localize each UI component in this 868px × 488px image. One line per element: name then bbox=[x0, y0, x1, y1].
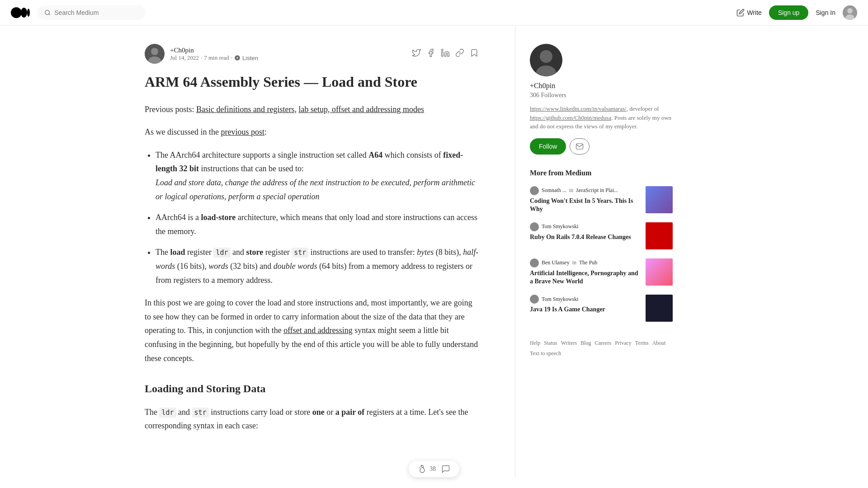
article-title: ARM 64 Assembly Series — Load and Store bbox=[145, 73, 479, 92]
svg-point-6 bbox=[847, 8, 853, 14]
recommended-item: Tom Smykowski Ruby On Rails 7.0.4 Releas… bbox=[530, 222, 673, 249]
footer-link[interactable]: Privacy bbox=[615, 340, 632, 347]
rec-author: Ben Ulansey bbox=[542, 259, 570, 266]
medium-logo[interactable] bbox=[11, 7, 30, 18]
footer-link[interactable]: Writers bbox=[561, 340, 577, 347]
rec-thumbnail bbox=[646, 295, 673, 322]
svg-point-0 bbox=[11, 7, 22, 18]
rec-author: Tom Smykowski bbox=[542, 223, 579, 230]
subscribe-icon bbox=[576, 142, 584, 150]
footer-link[interactable]: Help bbox=[530, 340, 540, 347]
header-right: Write Sign up Sign In bbox=[736, 5, 858, 20]
footer-link[interactable]: Status bbox=[544, 340, 557, 347]
rec-title[interactable]: Artificial Intelligence, Pornography and… bbox=[530, 269, 640, 286]
sidebar-bio: https://www.linkedin.com/in/valsamaras/,… bbox=[530, 104, 673, 131]
link-lab-setup[interactable]: lab setup, offset and addressing modes bbox=[298, 105, 424, 114]
header: Write Sign up Sign In bbox=[0, 0, 868, 26]
rec-content: Somnath ... in JavaScript in Plai... Cod… bbox=[530, 186, 640, 213]
svg-point-3 bbox=[45, 10, 50, 15]
footer-link[interactable]: About bbox=[652, 340, 666, 347]
article-body: ARM 64 Assembly Series — Load and Store … bbox=[145, 73, 479, 433]
rec-title[interactable]: Ruby On Rails 7.0.4 Release Changes bbox=[530, 233, 640, 241]
signup-button[interactable]: Sign up bbox=[769, 5, 808, 20]
rec-avatar bbox=[530, 186, 539, 195]
sidebar-author-avatar bbox=[530, 44, 562, 76]
subscribe-button[interactable] bbox=[570, 138, 590, 155]
sidebar-bio-link2[interactable]: https://github.com/Ch0pin/medusa bbox=[530, 114, 611, 121]
sidebar: +Ch0pin 306 Followers https://www.linked… bbox=[515, 26, 687, 478]
claps-button[interactable]: 38 bbox=[418, 465, 436, 474]
rec-title[interactable]: Java 19 Is A Game Changer bbox=[530, 305, 640, 314]
svg-rect-13 bbox=[442, 52, 443, 56]
bullet-3: The load register ldr and store register… bbox=[156, 245, 479, 287]
header-left bbox=[11, 5, 146, 20]
author-name-link[interactable]: +Ch0pin bbox=[170, 47, 194, 54]
comments-button[interactable] bbox=[441, 465, 450, 474]
bullet-2: AArch64 is a load-store architecture, wh… bbox=[156, 211, 479, 238]
svg-line-4 bbox=[49, 14, 50, 15]
rec-content: Ben Ulansey in The Pub Artificial Intell… bbox=[530, 258, 640, 286]
article-intro-para: Previous posts: Basic definitions and re… bbox=[145, 103, 479, 117]
article-paragraph2: In this post we are going to cover the l… bbox=[145, 296, 479, 365]
search-icon bbox=[44, 9, 51, 16]
bookmark-icon[interactable] bbox=[470, 48, 479, 60]
search-input[interactable] bbox=[54, 9, 138, 16]
article-intro-text: Previous posts: bbox=[145, 105, 194, 114]
rec-thumbnail bbox=[646, 222, 673, 249]
search-bar[interactable] bbox=[37, 5, 146, 20]
article-paragraph3: The ldr and str instructions carry load … bbox=[145, 405, 479, 433]
link-offset-addressing[interactable]: offset and addressing bbox=[283, 326, 353, 335]
rec-thumbnail bbox=[646, 258, 673, 286]
footer-link[interactable]: Blog bbox=[580, 340, 591, 347]
dot-separator2: · bbox=[231, 54, 232, 61]
svg-point-2 bbox=[27, 9, 30, 17]
article-meta: Jul 14, 2022 · 7 min read · Listen bbox=[170, 54, 406, 61]
signin-button[interactable]: Sign In bbox=[816, 9, 835, 16]
linkedin-icon[interactable] bbox=[441, 48, 450, 60]
rec-in: in bbox=[569, 187, 573, 194]
rec-pub: JavaScript in Plai... bbox=[576, 187, 618, 194]
facebook-icon[interactable] bbox=[426, 48, 435, 60]
clap-icon bbox=[418, 465, 427, 474]
link-previous-post[interactable]: previous post bbox=[221, 127, 264, 136]
write-label: Write bbox=[747, 9, 762, 16]
main-container: +Ch0pin Jul 14, 2022 · 7 min read · List… bbox=[108, 26, 760, 478]
more-from-medium-title: More from Medium bbox=[530, 169, 673, 177]
twitter-icon[interactable] bbox=[412, 48, 421, 60]
link-icon[interactable] bbox=[455, 48, 464, 60]
listen-button[interactable]: Listen bbox=[234, 55, 258, 61]
svg-point-1 bbox=[21, 8, 27, 18]
rec-thumbnail bbox=[646, 186, 673, 213]
article-bullets: The AArch64 architecture supports a sing… bbox=[156, 148, 479, 287]
footer-link[interactable]: Terms bbox=[635, 340, 649, 347]
rec-title[interactable]: Coding Won't Exist In 5 Years. This Is W… bbox=[530, 197, 640, 213]
footer-links: HelpStatusWritersBlogCareersPrivacyTerms… bbox=[530, 340, 673, 357]
author-info: +Ch0pin Jul 14, 2022 · 7 min read · List… bbox=[170, 46, 406, 61]
rec-author: Tom Smykowski bbox=[542, 296, 579, 303]
rec-avatar bbox=[530, 295, 539, 304]
footer-link[interactable]: Careers bbox=[595, 340, 612, 347]
follow-button[interactable]: Follow bbox=[530, 138, 566, 155]
write-button[interactable]: Write bbox=[736, 9, 762, 17]
section-title-loading: Loading and Storing Data bbox=[145, 380, 479, 398]
read-time: 7 min read bbox=[204, 54, 229, 61]
article-body-intro-para: As we discussed in the previous post: bbox=[145, 125, 479, 139]
rec-author-row: Tom Smykowski bbox=[530, 295, 640, 304]
author-meta: +Ch0pin Jul 14, 2022 · 7 min read · List… bbox=[145, 44, 479, 64]
sidebar-bio-link1[interactable]: https://www.linkedin.com/in/valsamaras/ bbox=[530, 105, 627, 112]
rec-in: in bbox=[572, 259, 576, 266]
rec-avatar bbox=[530, 222, 539, 231]
sidebar-actions: Follow bbox=[530, 138, 673, 155]
svg-point-14 bbox=[442, 49, 443, 50]
sidebar-author-name: +Ch0pin bbox=[530, 82, 673, 90]
user-avatar[interactable] bbox=[843, 5, 857, 20]
claps-count: 38 bbox=[429, 465, 436, 473]
footer-link[interactable]: Text to speech bbox=[530, 350, 561, 357]
link-basic-definitions[interactable]: Basic definitions and registers, bbox=[196, 105, 297, 114]
recommended-articles: Somnath ... in JavaScript in Plai... Cod… bbox=[530, 186, 673, 322]
meta-actions bbox=[412, 48, 479, 60]
article-area: +Ch0pin Jul 14, 2022 · 7 min read · List… bbox=[108, 26, 515, 478]
rec-content: Tom Smykowski Java 19 Is A Game Changer bbox=[530, 295, 640, 314]
listen-icon bbox=[234, 55, 241, 61]
recommended-item: Tom Smykowski Java 19 Is A Game Changer bbox=[530, 295, 673, 322]
